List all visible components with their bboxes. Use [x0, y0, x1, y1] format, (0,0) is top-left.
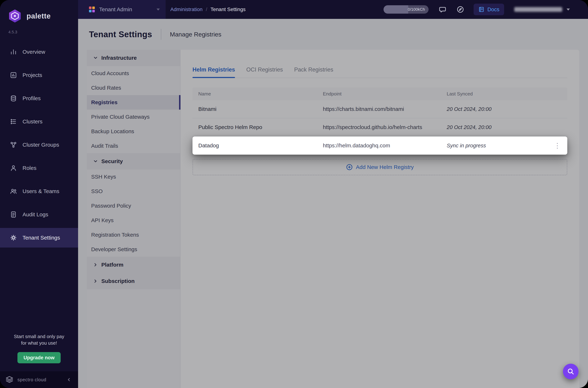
user-name-redacted: [514, 7, 562, 12]
docs-book-icon: [478, 6, 485, 13]
tenant-admin-icon: [89, 6, 95, 13]
chat-icon[interactable]: [439, 6, 446, 13]
palette-logo-icon: [8, 9, 22, 23]
topbar: Tenant Admin Administration / Tenant Set…: [78, 0, 588, 19]
usage-meter: 0/100kCh: [383, 5, 429, 14]
sidebar-item-roles[interactable]: Roles: [0, 158, 78, 178]
app-version: 4.5.3: [0, 24, 78, 35]
compass-help-icon[interactable]: [457, 6, 464, 13]
row-actions-kebab-icon[interactable]: ⋮: [552, 141, 562, 150]
app-window: palette 4.5.3 Overview Projects Profiles: [0, 0, 588, 388]
sidebar-item-cluster-groups[interactable]: Cluster Groups: [0, 135, 78, 155]
tenant-scope-selector[interactable]: Tenant Admin: [78, 0, 166, 19]
sidebar: palette 4.5.3 Overview Projects Profiles: [0, 0, 78, 388]
upgrade-promo: Start small and only pay for what you us…: [0, 333, 78, 346]
sidebar-nav: Overview Projects Profiles Clusters: [0, 42, 78, 251]
user-menu[interactable]: [514, 7, 570, 12]
search-fab-button[interactable]: [563, 364, 579, 379]
list-icon: [10, 118, 17, 125]
brand-logo: palette: [0, 0, 78, 24]
registry-endpoint: https://helm.datadoghq.com: [323, 143, 447, 149]
network-nodes-icon: [10, 141, 17, 148]
topbar-actions: 0/100kCh Docs: [383, 4, 588, 15]
registry-sync-status: Sync in progress: [447, 143, 486, 149]
chevron-down-icon: [156, 8, 160, 11]
breadcrumb-administration-link[interactable]: Administration: [170, 6, 203, 12]
person-icon: [10, 164, 17, 172]
upgrade-now-button[interactable]: Upgrade now: [17, 352, 61, 363]
document-icon: [10, 211, 17, 218]
docs-button[interactable]: Docs: [474, 4, 504, 15]
collapse-sidebar-button[interactable]: [66, 377, 72, 382]
project-chart-icon: [10, 72, 17, 79]
chevron-left-icon: [66, 377, 72, 382]
registry-name: Datadog: [192, 143, 323, 149]
bar-chart-icon: [10, 48, 17, 55]
chevron-down-icon: [566, 8, 570, 11]
sidebar-item-tenant-settings[interactable]: Tenant Settings: [0, 228, 78, 247]
layers-stack-icon: [10, 95, 17, 102]
spectro-cloud-name: spectro cloud: [17, 377, 46, 382]
sidebar-item-clusters[interactable]: Clusters: [0, 112, 78, 131]
search-icon: [567, 368, 574, 375]
brand-name: palette: [26, 12, 51, 20]
gear-icon: [10, 234, 17, 241]
sidebar-item-audit-logs[interactable]: Audit Logs: [0, 205, 78, 224]
people-icon: [10, 188, 17, 195]
sidebar-footer: spectro cloud: [0, 371, 78, 388]
breadcrumb-current: Tenant Settings: [210, 6, 246, 12]
dim-overlay: [78, 19, 588, 388]
sidebar-item-profiles[interactable]: Profiles: [0, 89, 78, 108]
spectro-cloud-logo-icon: [5, 375, 14, 384]
breadcrumb: Administration / Tenant Settings: [170, 6, 246, 12]
sidebar-item-users-teams[interactable]: Users & Teams: [0, 181, 78, 201]
sidebar-item-projects[interactable]: Projects: [0, 65, 78, 85]
table-row-datadog-highlighted[interactable]: Datadog https://helm.datadoghq.com Sync …: [192, 137, 567, 155]
sidebar-item-overview[interactable]: Overview: [0, 42, 78, 62]
